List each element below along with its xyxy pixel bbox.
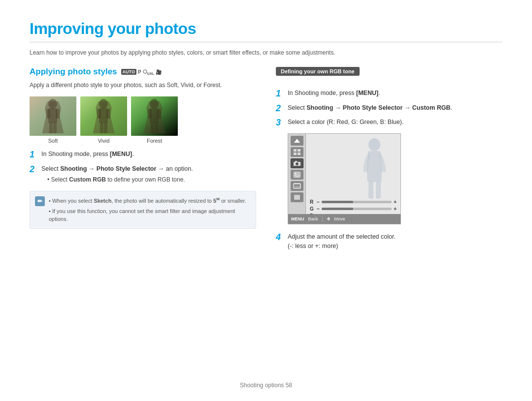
footer-text: Shooting options 58 bbox=[240, 382, 292, 389]
forest-photo-svg bbox=[131, 96, 178, 136]
right-step-number-4: 4 bbox=[276, 232, 285, 251]
right-step-number-1: 1 bbox=[276, 89, 285, 99]
note-box: ✏ • When you select Sketch, the photo wi… bbox=[30, 191, 256, 228]
svg-point-27 bbox=[296, 162, 299, 165]
svg-point-8 bbox=[99, 99, 108, 109]
rgb-fill-r bbox=[322, 201, 353, 203]
svg-text:OFF: OFF bbox=[295, 185, 300, 188]
left-steps: 1 In Shooting mode, press [MENU]. 2 Sele… bbox=[30, 150, 256, 184]
svg-rect-10 bbox=[97, 109, 101, 119]
svg-rect-22 bbox=[294, 149, 297, 152]
photo-samples: Soft bbox=[30, 96, 256, 144]
svg-rect-16 bbox=[150, 108, 159, 123]
two-column-layout: Applying photo styles AUTO P ⬡UAL 🎥 Appl… bbox=[30, 67, 502, 254]
step-number-1: 1 bbox=[30, 150, 38, 160]
rgb-sidebar: OFF bbox=[288, 134, 306, 224]
rgb-icon-square bbox=[291, 192, 303, 202]
rgb-plus-r: + bbox=[394, 199, 397, 205]
photo-label-soft: Soft bbox=[48, 138, 58, 144]
svg-rect-12 bbox=[100, 123, 103, 133]
rgb-figure-svg bbox=[359, 138, 391, 202]
left-column: Applying photo styles AUTO P ⬡UAL 🎥 Appl… bbox=[30, 67, 256, 254]
left-step-2: 2 Select Shooting → Photo Style Selector… bbox=[30, 164, 256, 185]
rgb-footer-back-label: Back bbox=[308, 216, 318, 221]
rgb-icon-camera bbox=[291, 158, 303, 168]
step-number-2: 2 bbox=[30, 164, 38, 185]
section-heading-left: Applying photo styles AUTO P ⬡UAL 🎥 bbox=[30, 67, 256, 77]
rgb-icon-grid bbox=[291, 147, 303, 157]
svg-rect-13 bbox=[104, 123, 107, 133]
rgb-slider-g: G − + bbox=[310, 206, 397, 212]
soft-photo-svg bbox=[30, 96, 76, 136]
svg-rect-39 bbox=[376, 182, 381, 199]
page-footer: Shooting options 58 bbox=[0, 382, 532, 389]
rgb-minus-r: − bbox=[317, 199, 320, 205]
vivid-photo-svg bbox=[80, 96, 127, 136]
svg-point-30 bbox=[295, 173, 296, 174]
svg-marker-21 bbox=[294, 139, 300, 143]
svg-point-1 bbox=[48, 99, 57, 109]
photo-sample-forest: Forest bbox=[131, 96, 178, 144]
svg-rect-3 bbox=[46, 109, 50, 119]
svg-rect-32 bbox=[295, 183, 296, 185]
photo-soft bbox=[30, 96, 76, 136]
rgb-ui-box: OFF bbox=[288, 133, 401, 224]
right-step-number-2: 2 bbox=[276, 103, 285, 114]
svg-rect-4 bbox=[56, 109, 60, 119]
rgb-icon-film: OFF bbox=[291, 181, 303, 191]
svg-rect-28 bbox=[295, 161, 297, 162]
page-title: Improving your photos bbox=[30, 20, 502, 38]
rgb-main: R − + G − bbox=[306, 134, 400, 224]
rgb-badge: Defining your own RGB tone bbox=[276, 67, 360, 76]
svg-rect-23 bbox=[298, 149, 300, 152]
rgb-minus-g: − bbox=[317, 206, 320, 212]
rgb-footer-menu-label: MENU bbox=[291, 216, 304, 221]
photo-sample-soft: Soft bbox=[30, 96, 76, 144]
page-container: Improving your photos Learn how to impro… bbox=[0, 0, 532, 269]
right-column: Defining your own RGB tone 1 In Shooting… bbox=[276, 67, 502, 254]
rgb-ui-wrapper: OFF bbox=[288, 133, 502, 224]
svg-rect-18 bbox=[157, 109, 161, 119]
rgb-footer-separator bbox=[322, 216, 323, 222]
svg-rect-36 bbox=[294, 195, 300, 200]
rgb-track-r[interactable] bbox=[322, 201, 392, 203]
mode-badge-auto: AUTO bbox=[121, 69, 136, 75]
svg-rect-9 bbox=[99, 108, 108, 123]
svg-rect-19 bbox=[151, 123, 154, 133]
right-step-1: 1 In Shooting mode, press [MENU]. bbox=[276, 89, 502, 99]
mode-icons: AUTO P ⬡UAL 🎥 bbox=[121, 69, 162, 75]
note-line-2: • If you use this function, you cannot s… bbox=[49, 207, 250, 223]
svg-rect-5 bbox=[49, 123, 53, 133]
svg-point-37 bbox=[368, 138, 380, 151]
svg-rect-14 bbox=[131, 96, 178, 136]
left-step-1: 1 In Shooting mode, press [MENU]. bbox=[30, 150, 256, 160]
svg-rect-2 bbox=[48, 108, 57, 123]
svg-rect-17 bbox=[148, 109, 152, 119]
step4-line1: Adjust the amount of the selected color. bbox=[288, 233, 396, 240]
right-steps: 1 In Shooting mode, press [MENU]. 2 Sele… bbox=[276, 89, 502, 128]
svg-rect-6 bbox=[53, 123, 57, 133]
mode-dual: ⬡UAL bbox=[143, 69, 154, 75]
photo-forest bbox=[131, 96, 178, 136]
photo-sample-vivid: Vivid bbox=[80, 96, 127, 144]
right-step-number-3: 3 bbox=[276, 118, 285, 128]
rgb-plus-g: + bbox=[394, 206, 397, 212]
rgb-footer-move-label: Move bbox=[334, 216, 345, 221]
rgb-icon-up bbox=[291, 136, 303, 146]
svg-rect-20 bbox=[155, 123, 158, 133]
rgb-footer: MENU Back ❖ Move bbox=[288, 214, 400, 224]
right-step-2-content: Select Shooting → Photo Style Selector →… bbox=[288, 103, 502, 114]
rgb-track-g[interactable] bbox=[322, 208, 392, 210]
right-step-2: 2 Select Shooting → Photo Style Selector… bbox=[276, 103, 502, 114]
rgb-label-g: G bbox=[310, 206, 315, 212]
rgb-footer-move-icon: ❖ bbox=[327, 216, 331, 221]
rgb-fill-g bbox=[322, 208, 353, 210]
rgb-icon-face bbox=[291, 170, 303, 180]
svg-rect-34 bbox=[299, 183, 299, 185]
right-step-3-content: Select a color (R: Red, G: Green, B: Blu… bbox=[288, 118, 502, 128]
step4-line2: (-: less or +: more) bbox=[288, 243, 338, 249]
step-2-content: Select Shooting → Photo Style Selector →… bbox=[41, 164, 256, 185]
svg-rect-11 bbox=[106, 109, 110, 119]
svg-rect-29 bbox=[294, 172, 300, 178]
section-desc: Apply a different photo style to your ph… bbox=[30, 81, 256, 90]
